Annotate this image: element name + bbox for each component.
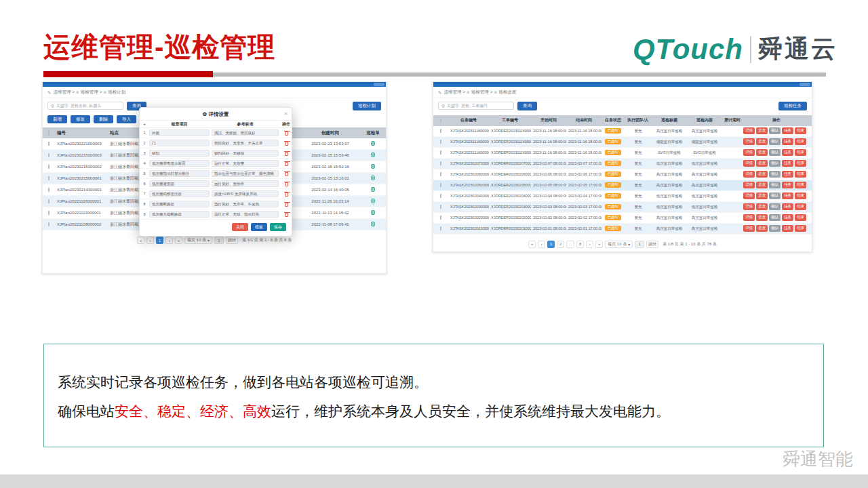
op-button-1[interactable]: 进度 [756, 192, 768, 199]
op-button-3[interactable]: 任务 [782, 149, 793, 156]
inspection-sheet-button[interactable]: ⚙ [371, 141, 375, 146]
row-checkbox[interactable] [48, 211, 50, 215]
op-button-4[interactable]: 结果 [795, 127, 806, 134]
op-button-2[interactable]: 确认 [769, 225, 781, 232]
trash-icon[interactable] [285, 213, 288, 217]
standard-input[interactable]: 运行正常、无报警 [212, 160, 279, 167]
row-checkbox[interactable] [440, 161, 441, 165]
inspection-sheet-button[interactable]: ⚙ [371, 199, 375, 203]
row-checkbox[interactable] [440, 205, 441, 209]
op-button-2[interactable]: 确认 [769, 182, 781, 188]
page-prev-button[interactable]: ‹ [538, 241, 545, 248]
row-checkbox[interactable] [440, 150, 441, 155]
op-button-0[interactable]: 详情 [743, 149, 755, 156]
task-button[interactable]: 巡检任务 [778, 102, 807, 110]
standard-input[interactable]: 密封良好、无变形、开关正常 [212, 140, 279, 146]
standard-input[interactable]: 运行良好、无动作 [212, 180, 279, 187]
row-checkbox[interactable] [48, 153, 50, 157]
op-button-3[interactable]: 任务 [782, 225, 793, 232]
op-button-1[interactable]: 进度 [756, 160, 768, 167]
row-checkbox[interactable] [440, 194, 441, 198]
trash-icon[interactable] [285, 131, 288, 136]
page-last-button[interactable]: » [595, 241, 603, 248]
row-checkbox[interactable] [440, 216, 441, 220]
op-button-2[interactable]: 确认 [769, 214, 781, 221]
op-button-1[interactable]: 进度 [756, 203, 768, 210]
trash-icon[interactable] [285, 192, 288, 197]
op-button-0[interactable]: 详情 [743, 182, 755, 188]
page-next-button[interactable]: › [586, 241, 593, 248]
op-button-1[interactable]: 进度 [756, 182, 768, 188]
op-button-0[interactable]: 详情 [743, 225, 755, 232]
inspection-sheet-button[interactable]: ⚙ [371, 176, 375, 180]
scrollbar-thumb[interactable] [374, 83, 384, 86]
op-button-3[interactable]: 任务 [782, 203, 793, 210]
op-button-2[interactable]: 确认 [769, 203, 781, 210]
op-button-3[interactable]: 任务 [782, 192, 793, 199]
op-button-2[interactable]: 确认 [769, 171, 781, 178]
check-item-input[interactable]: 外观 [149, 129, 210, 136]
toolbar-button-0[interactable]: 新增 [47, 115, 67, 124]
page-first-button[interactable]: « [528, 241, 536, 248]
standard-input[interactable]: 运行正常、无味、指示灯亮 [212, 211, 279, 218]
op-button-3[interactable]: 任务 [782, 160, 793, 167]
jump-button[interactable]: 跳转 [646, 241, 658, 248]
row-checkbox[interactable] [440, 226, 441, 230]
jump-page-input[interactable]: 1 [214, 237, 224, 244]
search-button[interactable]: 查询 [517, 102, 537, 110]
modal-footer-button-2[interactable]: 保存 [270, 223, 286, 231]
per-page-select[interactable]: 每页 10 条▾ [605, 241, 633, 248]
page-prev-button[interactable]: ‹ [146, 237, 154, 244]
trash-icon[interactable] [285, 182, 288, 186]
op-button-0[interactable]: 详情 [743, 171, 755, 178]
op-button-0[interactable]: 详情 [743, 160, 755, 167]
op-button-3[interactable]: 任务 [782, 138, 793, 145]
inspection-sheet-button[interactable]: ⚙ [371, 222, 375, 226]
row-checkbox[interactable] [440, 129, 441, 133]
page-first-button[interactable]: « [137, 237, 144, 244]
op-button-2[interactable]: 确认 [769, 149, 781, 156]
toolbar-button-2[interactable]: 删除 [94, 115, 113, 124]
trash-icon[interactable] [285, 203, 288, 207]
op-button-4[interactable]: 结果 [795, 149, 806, 156]
plan-button[interactable]: 巡检计划 [353, 102, 381, 110]
inspection-sheet-button[interactable]: ⚙ [371, 210, 375, 215]
row-checkbox[interactable] [48, 222, 50, 226]
trash-icon[interactable] [285, 172, 288, 176]
check-item-input[interactable]: 低压侧断路器 [149, 201, 210, 207]
check-item-input[interactable]: 低压侧带电显示装置 [149, 160, 210, 167]
modal-footer-button-0[interactable]: 关闭 [232, 223, 248, 231]
op-button-0[interactable]: 详情 [743, 127, 755, 134]
add-row-icon[interactable]: + [140, 122, 149, 126]
row-checkbox[interactable] [440, 140, 441, 144]
op-button-1[interactable]: 进度 [756, 149, 768, 156]
op-button-1[interactable]: 进度 [756, 171, 768, 178]
standard-input[interactable]: 运行良好、无异常、不发热 [212, 201, 279, 207]
check-item-input[interactable]: 低压侧万能断路器 [149, 211, 210, 218]
row-checkbox[interactable] [48, 165, 50, 169]
search-input[interactable]: Q 关键字: 巡检, 工单编号 [438, 102, 514, 110]
inspection-sheet-button[interactable]: ⚙ [371, 187, 375, 192]
op-button-4[interactable]: 结果 [795, 225, 806, 232]
op-button-2[interactable]: 确认 [769, 127, 781, 134]
toolbar-button-3[interactable]: 导入 [117, 115, 136, 124]
standard-input[interactable]: 温度<135℃ 无异味及异响 [212, 190, 279, 197]
op-button-1[interactable]: 进度 [756, 225, 768, 232]
trash-icon[interactable] [285, 152, 288, 156]
op-button-4[interactable]: 结果 [795, 203, 806, 210]
op-button-2[interactable]: 确认 [769, 138, 781, 145]
page-number-button[interactable]: 2 [557, 241, 564, 248]
op-button-1[interactable]: 进度 [756, 214, 768, 221]
per-page-select[interactable]: 每页 10 条▾ [184, 237, 212, 244]
op-button-0[interactable]: 详情 [743, 138, 755, 145]
row-checkbox[interactable] [48, 188, 50, 192]
page-number-button[interactable]: 8 [576, 241, 584, 248]
op-button-0[interactable]: 详情 [743, 192, 755, 199]
op-button-4[interactable]: 结果 [795, 182, 806, 188]
select-all-checkbox[interactable] [440, 119, 441, 123]
page-number-button[interactable]: 1 [156, 237, 163, 244]
standard-input[interactable]: 清洁、无破损、密封良好 [212, 129, 279, 136]
page-last-button[interactable]: » [175, 237, 182, 244]
page-number-button[interactable]: … [566, 241, 574, 248]
modal-footer-button-1[interactable]: 模板 [251, 223, 267, 231]
